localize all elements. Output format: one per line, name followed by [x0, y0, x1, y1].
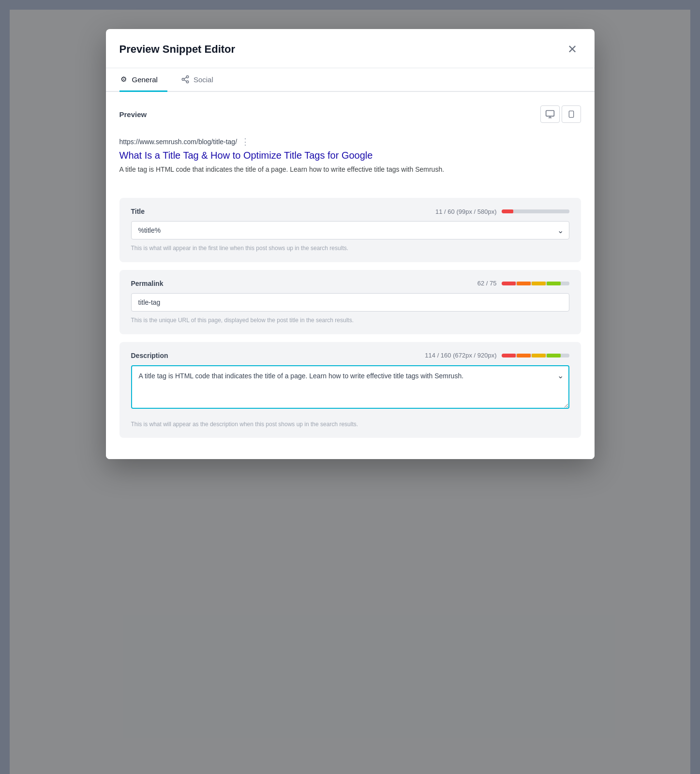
desc-seg-1: [502, 354, 516, 357]
tabs-bar: ⚙ General Social: [106, 68, 595, 92]
mobile-view-button[interactable]: [562, 105, 581, 123]
title-progress-empty: [514, 209, 569, 213]
title-counter: 11 / 60 (99px / 580px): [435, 208, 569, 215]
preview-header: Preview: [119, 105, 581, 123]
serp-url-row: https://www.semrush.com/blog/title-tag/ …: [119, 136, 581, 147]
title-select-wrapper: %title% ⌄: [131, 221, 569, 239]
description-counter-text: 114 / 160 (672px / 920px): [425, 352, 496, 359]
page-background: Preview Snippet Editor ✕ ⚙ General: [10, 10, 690, 774]
description-hint: This is what will appear as the descript…: [131, 420, 569, 429]
desktop-icon: [545, 109, 555, 119]
desktop-view-button[interactable]: [540, 105, 560, 123]
svg-point-0: [186, 76, 189, 78]
desc-seg-2: [517, 354, 531, 357]
permalink-hint: This is the unique URL of this page, dis…: [131, 316, 569, 325]
title-select[interactable]: %title%: [131, 221, 569, 239]
svg-rect-5: [546, 111, 554, 117]
svg-rect-8: [569, 111, 573, 117]
modal-dialog: Preview Snippet Editor ✕ ⚙ General: [106, 29, 595, 459]
description-field-header: Description 114 / 160 (672px / 920px): [131, 352, 569, 359]
permalink-section: Permalink 62 / 75: [119, 270, 581, 334]
modal-title: Preview Snippet Editor: [119, 43, 236, 56]
desc-seg-3: [532, 354, 546, 357]
tab-social-label: Social: [194, 75, 213, 84]
permalink-label: Permalink: [131, 280, 164, 287]
permalink-input[interactable]: [131, 293, 569, 312]
serp-preview: https://www.semrush.com/blog/title-tag/ …: [119, 133, 581, 184]
title-progress-fill: [502, 209, 514, 213]
close-button[interactable]: ✕: [564, 41, 581, 58]
description-textarea-wrapper: A title tag is HTML code that indicates …: [131, 365, 569, 416]
permalink-progress-bar: [502, 282, 569, 285]
modal-body: Preview: [106, 92, 595, 459]
permalink-counter: 62 / 75: [477, 280, 569, 287]
title-field-header: Title 11 / 60 (99px / 580px): [131, 208, 569, 215]
modal-overlay: Preview Snippet Editor ✕ ⚙ General: [10, 10, 690, 774]
svg-point-2: [186, 81, 189, 83]
description-textarea[interactable]: A title tag is HTML code that indicates …: [131, 365, 569, 409]
view-toggle: [540, 105, 581, 123]
description-label: Description: [131, 352, 168, 359]
title-section: Title 11 / 60 (99px / 580px) %title%: [119, 198, 581, 262]
title-counter-text: 11 / 60 (99px / 580px): [435, 208, 496, 215]
permalink-seg-1: [502, 282, 516, 285]
permalink-seg-3: [532, 282, 546, 285]
desc-seg-4: [547, 354, 561, 357]
preview-section: Preview: [119, 105, 581, 184]
serp-description: A title tag is HTML code that indicates …: [119, 164, 581, 175]
tab-social[interactable]: Social: [181, 68, 223, 92]
tab-general-label: General: [132, 75, 158, 84]
modal-header: Preview Snippet Editor ✕: [106, 29, 595, 68]
svg-line-4: [184, 77, 186, 79]
description-counter: 114 / 160 (672px / 920px): [425, 352, 569, 359]
tab-general[interactable]: ⚙ General: [119, 68, 167, 92]
permalink-seg-5: [562, 282, 569, 285]
description-section: Description 114 / 160 (672px / 920px): [119, 342, 581, 438]
serp-title[interactable]: What Is a Title Tag & How to Optimize Ti…: [119, 149, 581, 162]
permalink-seg-4: [547, 282, 561, 285]
title-progress-bar: [502, 209, 569, 213]
permalink-field-header: Permalink 62 / 75: [131, 280, 569, 287]
svg-point-1: [182, 78, 184, 81]
desc-seg-5: [562, 354, 569, 357]
serp-url: https://www.semrush.com/blog/title-tag/: [119, 138, 238, 146]
mobile-icon: [567, 109, 575, 119]
title-label: Title: [131, 208, 145, 215]
svg-line-3: [184, 80, 186, 81]
permalink-counter-text: 62 / 75: [477, 280, 497, 287]
description-progress-bar: [502, 354, 569, 357]
social-icon: [181, 75, 190, 84]
more-options-icon[interactable]: ⋮: [241, 136, 250, 147]
gear-icon: ⚙: [119, 75, 128, 84]
close-icon: ✕: [567, 43, 577, 56]
title-hint: This is what will appear in the first li…: [131, 244, 569, 253]
permalink-seg-2: [517, 282, 531, 285]
preview-label: Preview: [119, 110, 147, 119]
